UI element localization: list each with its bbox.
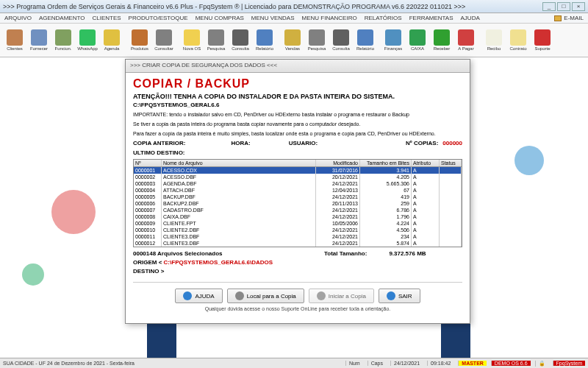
toolbar-icon (458, 29, 474, 46)
note-3: Para fazer a copia da pasta inteira é mu… (133, 130, 462, 137)
menu-produto[interactable]: PRODUTO/ESTOQUE (129, 15, 188, 21)
files-count: 0000148 Arquivos Selecionados (133, 250, 265, 257)
email-button[interactable]: E-MAIL (554, 15, 584, 21)
note-2: Se tiver a copia da pasta inteira do pro… (133, 121, 462, 127)
menu-relatorios[interactable]: RELATÓRIOS (365, 15, 402, 21)
dialog-title: >>> CRIAR COPIA DE SEGURANÇA DOS DADOS <… (126, 60, 470, 73)
deco-circle (22, 263, 44, 286)
origem-label: ORIGEM < (133, 259, 162, 266)
lbl-hora: HORA: (231, 140, 250, 146)
toolbar-caixa[interactable]: CAIXA (406, 25, 429, 55)
table-row[interactable]: 0000003AGENDA.DBF24/12/20215.665.306A (134, 180, 462, 187)
status-demo: DEMO OS 6.6 (491, 361, 531, 366)
table-row[interactable]: 0000013CLIENTES.DBF24/12/202124.218A (134, 247, 462, 247)
folder-icon (235, 291, 244, 300)
menu-ferramentas[interactable]: FERRAMENTAS (409, 15, 453, 21)
maximize-button[interactable]: □ (557, 2, 570, 11)
toolbar-vendas[interactable]: Vendas (281, 25, 304, 55)
ajuda-button[interactable]: AJUDA (175, 289, 222, 303)
close-button[interactable]: × (572, 2, 585, 11)
statusbar: SUA CIDADE - UF 24 de Dezembro de 2021 -… (0, 358, 588, 368)
status-icon: 🔒 (535, 361, 548, 367)
table-row[interactable]: 0000011CLIENTE3.DBF24/12/2021234A (134, 233, 462, 240)
toolbar-relatório[interactable]: Relatório (354, 25, 377, 55)
window-title: >>> Programa Ordem de Serviços Gerais & … (3, 3, 542, 10)
minimize-button[interactable]: _ (542, 2, 556, 11)
toolbar-agenda[interactable]: Agenda (100, 25, 123, 55)
origem-path: C:\FPQSYSTEM\OS_GERAL6.6\DADOS (164, 259, 273, 266)
menu-vendas[interactable]: MENU VENDAS (251, 15, 295, 21)
toolbar-icon (309, 29, 325, 46)
files-table[interactable]: Nº Nome do Arquivo Modificado Tamanho em… (133, 159, 462, 247)
toolbar-finanças[interactable]: Finanças (381, 25, 405, 55)
deco-circle (51, 190, 96, 234)
help-icon (183, 291, 192, 300)
check-icon (317, 291, 326, 300)
table-row[interactable]: 0000006BACKUP2.DBF20/11/2013259A (134, 200, 462, 207)
toolbar-consultar[interactable]: Consultar (152, 25, 176, 55)
toolbar-pesquisa[interactable]: Pesquisa (204, 25, 228, 55)
table-row[interactable]: 0000009CLIENTE.FPT10/05/20064.224A (134, 220, 462, 227)
status-num: Num (345, 361, 363, 366)
menu-compras[interactable]: MENU COMPRAS (196, 15, 244, 21)
table-row[interactable]: 0000010CLIENTE2.DBF24/12/20214.506A (134, 227, 462, 233)
table-row[interactable]: 0000001ACESSO.CDX31/07/20163.941A (134, 167, 462, 174)
window-titlebar: >>> Programa Ordem de Serviços Gerais & … (0, 0, 588, 13)
toolbar-icon (232, 29, 248, 46)
menu-ajuda[interactable]: AJUDA (461, 15, 480, 21)
status-date: 24/12/2021 (390, 361, 423, 366)
table-row[interactable]: 0000002ACESSO.DBF20/12/20214.205A (134, 174, 462, 180)
window-controls: _ □ × (542, 2, 585, 11)
toolbar-suporte[interactable]: Suporte (531, 25, 554, 55)
total-size-value: 9.372.576 MB (389, 250, 426, 257)
toolbar-contrato[interactable]: Contrato (506, 25, 530, 55)
deco-circle (514, 146, 544, 175)
total-size-label: Total Tamanho: (324, 250, 367, 257)
toolbar-icon (257, 29, 273, 46)
table-row[interactable]: 0000007CADASTRO.DBF24/12/20216.786A (134, 207, 462, 213)
local-button[interactable]: Local para a Copia (227, 289, 304, 303)
toolbar-clientes[interactable]: Clientes (3, 25, 26, 55)
toolbar-icon (132, 29, 148, 46)
val-n-copias: 000000 (442, 140, 462, 146)
toolbar-funcion.[interactable]: Funcion. (51, 25, 75, 55)
menu-clientes[interactable]: CLIENTES (92, 15, 121, 21)
toolbar-recibo[interactable]: Recibo (482, 25, 506, 55)
lbl-n-copias: Nº COPIAS: (406, 140, 438, 146)
status-time: 09:18:42 (427, 361, 453, 366)
toolbar-produtos[interactable]: Produtos (128, 25, 151, 55)
toolbar-nova os[interactable]: Nova OS (180, 25, 204, 55)
toolbar-a pagar[interactable]: A Pagar (454, 25, 478, 55)
toolbar-icon (184, 29, 200, 46)
menu-agendamento[interactable]: AGENDAMENTO (39, 15, 85, 21)
table-row[interactable]: 0000012CLIENTE3.DBF24/12/20215.874A (134, 240, 462, 247)
table-row[interactable]: 0000004ATTACH.DBF12/04/201367A (134, 187, 462, 194)
toolbar-receber[interactable]: Receber (430, 25, 453, 55)
table-row[interactable]: 0000008CAIXA.DBF24/12/20211.796A (134, 213, 462, 220)
lbl-copia-anterior: COPIA ANTERIOR: (133, 140, 185, 146)
toolbar-whatsapp[interactable]: WhatsApp (76, 25, 99, 55)
toolbar-consulta[interactable]: Consulta (329, 25, 353, 55)
menu-arquivo[interactable]: ARQUIVO (4, 15, 32, 21)
toolbar-consulta[interactable]: Consulta (229, 25, 252, 55)
toolbar-icon (104, 29, 120, 46)
menu-financeiro[interactable]: MENU FINANCEIRO (302, 15, 357, 21)
toolbar-relatório[interactable]: Relatório (253, 25, 276, 55)
toolbar-fornecer[interactable]: Fornecer (27, 25, 51, 55)
status-brand: FpqSystem (553, 361, 585, 366)
status-caps: Caps (368, 361, 386, 366)
iniciar-button[interactable]: Iniciar a Copia (309, 289, 374, 303)
toolbar-pesquisa[interactable]: Pesquisa (305, 25, 329, 55)
destino-label: DESTINO > (133, 268, 164, 275)
system-path: C:\FPQSYSTEM\OS_GERAL6.6 (133, 102, 462, 108)
toolbar-icon (79, 29, 96, 46)
toolbar: ClientesFornecerFuncion.WhatsAppAgendaPr… (0, 24, 588, 57)
toolbar-icon (385, 29, 401, 46)
table-header: Nº Nome do Arquivo Modificado Tamanho em… (134, 160, 462, 167)
lbl-usuario: USUARIO: (289, 140, 318, 146)
toolbar-icon (534, 29, 551, 46)
table-row[interactable]: 0000005BACKUP.DBF24/12/2021419A (134, 194, 462, 200)
status-master: MASTER (458, 361, 487, 366)
toolbar-icon (333, 29, 349, 46)
sair-button[interactable]: SAIR (379, 289, 420, 303)
